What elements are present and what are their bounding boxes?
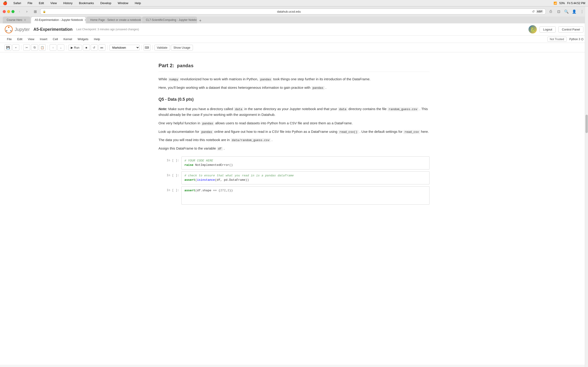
tab-close-icon[interactable]: ✕ <box>24 18 26 22</box>
jupyter-toolbar: 💾 + ✂ ⧉ 📋 ↑ ↓ ▶ Run ■ ↺ ⏭ Markdown Code … <box>0 43 588 52</box>
q5-para3: One very helpful function in pandas allo… <box>158 120 430 126</box>
markdown-cell-part2: Part 2: pandas While numpy revolutionize… <box>158 59 430 156</box>
tab-cl7[interactable]: CL7-ScientificComputing - Jupyter Notebo… <box>142 17 197 23</box>
menu-insert[interactable]: Insert <box>37 36 50 42</box>
scrollbar-thumb[interactable] <box>586 115 588 133</box>
tab-label: Course Hero <box>7 18 22 22</box>
search-button[interactable]: 🔍 <box>563 8 570 15</box>
menu-kernel[interactable]: Kernel <box>61 36 74 42</box>
menu-file[interactable]: File <box>5 36 14 42</box>
cell-prompt-1: In [ ]: <box>158 156 182 165</box>
tab-close-icon[interactable]: ✕ <box>84 18 86 22</box>
kernel-indicator: Python 3 <box>569 38 583 41</box>
tab-a5-experimentation[interactable]: A5-Experimentation - Jupyter Notebook ✕ <box>31 17 86 23</box>
cell-type-selector[interactable]: Markdown Code Raw NBConvert Heading <box>109 45 140 50</box>
menu-cell[interactable]: Cell <box>51 36 60 42</box>
new-tab-button[interactable]: + <box>198 18 203 23</box>
save-button[interactable]: 💾 <box>5 44 11 51</box>
maximize-window-button[interactable] <box>11 10 15 13</box>
kernel-status-circle <box>581 38 583 40</box>
menu-history[interactable]: History <box>62 1 74 5</box>
control-panel-button[interactable]: Control Panel <box>558 26 583 33</box>
minimize-window-button[interactable] <box>7 10 10 13</box>
back-button[interactable]: ‹ <box>16 8 23 15</box>
code-comment-2: # check to ensure that what you read in … <box>184 173 426 178</box>
move-down-button[interactable]: ↓ <box>57 44 64 51</box>
toolbar-separator-3 <box>66 45 66 50</box>
q5-para5: The data you will read into this noteboo… <box>158 137 430 143</box>
share-button[interactable]: ⎙ <box>548 8 554 15</box>
cell-prompt-2: In [ ]: <box>158 171 182 179</box>
code-line-2: assert(isinstance(df, pd.DataFrame)) <box>184 178 426 182</box>
sidebar-toggle-button[interactable]: ⊞ <box>32 8 38 15</box>
move-up-button[interactable]: ↑ <box>50 44 57 51</box>
clock: Fri 5:44:52 PM <box>567 2 585 5</box>
toolbar-separator-5 <box>141 45 142 50</box>
code-line-3: assert(df.shape == (272,2)) <box>184 188 426 193</box>
profile-button[interactable]: 👤 <box>571 8 578 15</box>
jupyter-menubar: File Edit View Insert Cell Kernel Widget… <box>0 35 588 43</box>
menu-widgets[interactable]: Widgets <box>75 36 91 42</box>
reader-view-button[interactable]: ⊡ <box>555 8 562 15</box>
apple-logo[interactable]: 🍎 <box>3 1 7 5</box>
part2-para2: Here, you'll begin working with a datase… <box>158 85 430 91</box>
menu-safari[interactable]: Safari <box>12 1 23 5</box>
q5-heading: Q5 - Data (0.5 pts) <box>158 96 430 103</box>
kernel-name: Python 3 <box>569 38 580 41</box>
q5-para4: Look up documentation for pandas online … <box>158 129 430 135</box>
scrollbar[interactable] <box>585 6 588 365</box>
fast-forward-button[interactable]: ⏭ <box>99 44 105 51</box>
toolbar-separator-1 <box>21 45 21 50</box>
stop-button[interactable]: ■ <box>83 44 90 51</box>
menu-help[interactable]: Help <box>92 36 103 42</box>
menu-bookmarks[interactable]: Bookmarks <box>78 1 95 5</box>
tab-course-hero[interactable]: Course Hero ✕ <box>3 17 30 23</box>
run-icon: ▶ <box>71 46 73 49</box>
browser-toolbar: ‹ › ⊞ 🔒 datahub.ucsd.edu ↺ ABP ⎙ ⊡ 🔍 👤 ⋮ <box>0 6 588 17</box>
show-usage-button[interactable]: Show Usage <box>171 45 193 50</box>
menu-view[interactable]: View <box>49 1 58 5</box>
jupyter-logo-area: Jupyter <box>5 25 30 33</box>
tab-label: A5-Experimentation - Jupyter Notebook <box>35 18 83 22</box>
menu-develop[interactable]: Develop <box>99 1 113 5</box>
browser-actions: ⎙ ⊡ 🔍 👤 ⋮ <box>548 8 585 15</box>
add-cell-button[interactable]: + <box>12 44 19 51</box>
part2-para1: While numpy revolutionized how to work w… <box>158 76 430 82</box>
jupyter-trusted: Not Trusted Python 3 <box>547 37 583 42</box>
menu-window[interactable]: Window <box>116 1 130 5</box>
code-comment-1: # YOUR CODE HERE <box>184 158 426 163</box>
menu-file[interactable]: File <box>26 1 34 5</box>
browser-tabs: Course Hero ✕ A5-Experimentation - Jupyt… <box>0 17 588 23</box>
address-text: datahub.ucsd.edu <box>47 10 531 13</box>
code-input-3[interactable]: assert(df.shape == (272,2)) <box>182 186 430 205</box>
menu-edit[interactable]: Edit <box>37 1 45 5</box>
part2-heading: Part 2: pandas <box>158 61 430 72</box>
menu-help[interactable]: Help <box>133 1 142 5</box>
code-input-1[interactable]: # YOUR CODE HERE raise NotImplementedErr… <box>182 156 430 169</box>
close-window-button[interactable] <box>3 10 6 13</box>
forward-button[interactable]: › <box>24 8 30 15</box>
notebook-content: Part 2: pandas While numpy revolutionize… <box>145 52 443 213</box>
menu-view[interactable]: View <box>26 36 36 42</box>
cut-cell-button[interactable]: ✂ <box>23 44 30 51</box>
validate-button[interactable]: Validate <box>154 45 170 50</box>
extensions-button[interactable]: ⋮ <box>579 8 585 15</box>
cell-prompt-3: In [ ]: <box>158 186 182 194</box>
logout-button[interactable]: Logout <box>540 26 556 33</box>
reload-button[interactable]: ↺ <box>532 10 535 13</box>
restart-button[interactable]: ↺ <box>91 44 98 51</box>
traffic-lights <box>3 10 15 13</box>
tab-home-page[interactable]: Home Page - Select or create a notebook … <box>86 17 141 23</box>
run-button[interactable]: ▶ Run <box>68 45 82 50</box>
code-input-2[interactable]: # check to ensure that what you read in … <box>182 171 430 184</box>
menu-edit[interactable]: Edit <box>15 36 25 42</box>
copy-cell-button[interactable]: ⧉ <box>31 44 38 51</box>
keyboard-shortcuts-button[interactable]: ⌨ <box>144 44 150 51</box>
not-trusted-button[interactable]: Not Trusted <box>547 37 567 42</box>
toolbar-separator-2 <box>48 45 48 50</box>
paste-cell-button[interactable]: 📋 <box>39 44 46 51</box>
battery-status: 53% <box>559 2 565 5</box>
address-bar[interactable]: 🔒 datahub.ucsd.edu ↺ ABP <box>40 8 546 15</box>
code-cell-2: In [ ]: # check to ensure that what you … <box>158 171 430 184</box>
macos-menubar: 🍎 Safari File Edit View History Bookmark… <box>0 0 588 6</box>
